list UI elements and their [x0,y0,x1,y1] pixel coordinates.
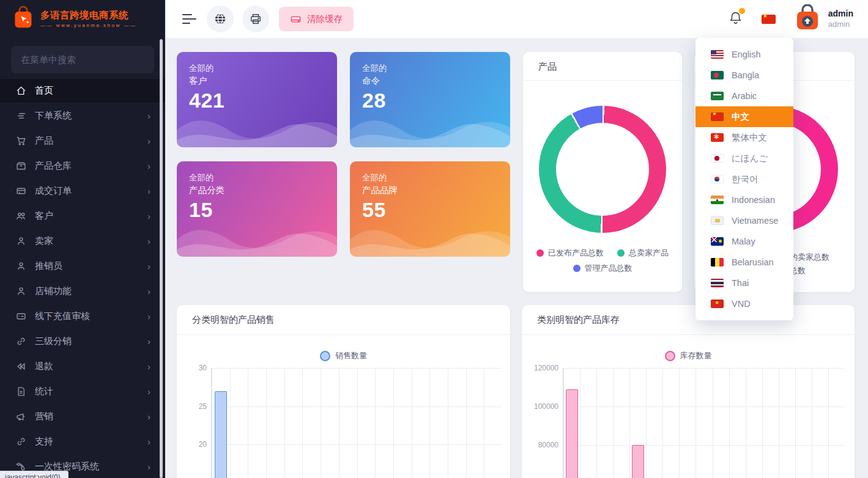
menu-item-icon [16,86,26,96]
legend-label: 管理产品总数 [585,263,632,274]
language-option[interactable]: Bangla [696,65,793,86]
print-button[interactable] [242,6,269,32]
language-flag-icon [711,258,724,267]
sales-plot-area[interactable]: 302520 [211,368,502,478]
stat-card: 全部的 产品品牌 55 [350,161,510,257]
chevron-right-icon: › [147,462,150,471]
sidebar-menu-item[interactable]: 客户 › [0,204,165,229]
brand[interactable]: 多语言跨境电商系统 www.yuanma.show [0,0,165,38]
menu-search-input[interactable] [11,54,154,65]
sidebar-menu-item[interactable]: 店铺功能 › [0,279,165,304]
language-flag-icon [711,300,724,308]
sidebar-menu-item[interactable]: 卖家 › [0,229,165,254]
language-flag-icon [711,112,724,121]
language-option[interactable]: English [696,44,793,65]
user-info[interactable]: admin admin [828,9,853,29]
legend-dot [573,265,581,272]
stat-card-label-2: 命令 [362,75,498,88]
bar[interactable] [632,445,644,478]
language-option[interactable]: Thai [696,273,793,293]
language-option[interactable]: Belarusian [696,252,793,273]
language-flag-icon [711,196,724,204]
sidebar-menu-item[interactable]: 成交订单 › [0,178,165,204]
language-option[interactable]: 繁体中文 [696,127,793,148]
stock-legend[interactable]: 库存数量 [522,350,855,361]
menu-item-icon [16,336,26,347]
notifications-button[interactable] [728,10,743,28]
language-option[interactable]: VND [696,293,793,314]
sidebar-menu-item[interactable]: 推销员 › [0,254,165,279]
menu-item-label: 支持 [35,436,147,447]
stock-plot-area[interactable]: 12000010000080000 [563,368,844,478]
brand-title: 多语言跨境电商系统 [40,10,136,21]
legend-label: 总卖家产品 [629,248,669,259]
sidebar-menu-item[interactable]: 产品 › [0,128,165,153]
legend-item[interactable]: 已发布产品总数 [536,248,604,259]
bar[interactable] [215,391,227,478]
language-option[interactable]: Malay [696,231,793,252]
clear-cache-button[interactable]: 清除缓存 [279,7,354,31]
legend-fragment: 的卖家总数 [790,252,829,263]
sidebar-menu-item[interactable]: 统计 › [0,379,165,404]
gridline [563,445,844,446]
legend-circle [320,351,330,361]
stat-card-label-2: 客户 [189,75,325,88]
clear-cache-label: 清除缓存 [307,13,343,25]
menu-item-label: 下单系统 [35,110,147,122]
language-option[interactable]: Arabic [696,86,793,106]
sidebar-scrollbar[interactable] [160,39,163,478]
chevron-right-icon: › [147,362,150,371]
language-option[interactable]: Vietnamese [696,210,793,231]
user-avatar[interactable] [794,4,821,34]
top-header: 清除缓存 admin admin [165,0,868,38]
language-label: VND [732,299,751,309]
menu-item-icon [16,311,26,322]
sidebar-menu-item[interactable]: 线下充值审核 › [0,304,165,329]
legend-item[interactable]: 管理产品总数 [573,263,632,274]
chevron-right-icon: › [147,237,150,246]
sidebar-menu-item[interactable]: 产品仓库 › [0,153,165,178]
legend-item[interactable]: 总卖家产品 [617,248,669,259]
menu-item-icon [16,361,26,372]
legend-label: 已发布产品总数 [548,248,604,259]
bar[interactable] [566,389,578,478]
sidebar-menu-item[interactable]: 退款 › [0,354,165,379]
menu-item-label: 产品 [35,135,147,147]
sales-legend[interactable]: 销售数量 [177,350,510,361]
chevron-right-icon: › [147,186,150,196]
gridline [563,368,844,369]
sidebar-menu-item[interactable]: 下单系统 › [0,103,165,128]
language-flag-icon [711,50,724,59]
printer-icon [249,12,262,26]
menu-item-label: 统计 [35,386,147,397]
language-label: Belarusian [732,257,774,267]
language-label: 中文 [732,111,749,123]
sidebar-menu-item[interactable]: 三级分销 › [0,329,165,354]
stat-card: 全部的 客户 421 [177,52,337,147]
menu-item-label: 营销 [35,411,147,422]
language-label: 繁体中文 [732,132,767,144]
language-option[interactable]: Indonesian [696,189,793,210]
sidebar-menu-item[interactable]: 首页 [0,78,165,103]
language-label: Malay [732,237,755,246]
language-option[interactable]: にほんご [696,148,793,169]
current-language-flag[interactable] [762,15,776,24]
sidebar-toggle-button[interactable] [182,11,198,27]
stat-card-label-1: 全部的 [362,62,498,75]
menu-item-icon [16,236,26,246]
stat-card-label-2: 产品分类 [189,184,325,197]
notification-dot [739,8,745,14]
chevron-right-icon: › [147,287,150,296]
stat-card-label-2: 产品品牌 [362,184,498,197]
stat-card-label-1: 全部的 [189,62,325,75]
menu-item-icon [16,161,26,171]
menu-item-icon [16,411,26,422]
language-option[interactable]: 한국어 [696,169,793,189]
sidebar-menu-item[interactable]: 支持 › [0,429,165,454]
sidebar-menu-item[interactable]: 营销 › [0,404,165,429]
language-option[interactable]: 中文 [696,106,793,127]
globe-button[interactable] [207,6,234,32]
products-donut-chart[interactable] [539,106,666,233]
divider [523,80,682,81]
gridline [563,406,844,407]
